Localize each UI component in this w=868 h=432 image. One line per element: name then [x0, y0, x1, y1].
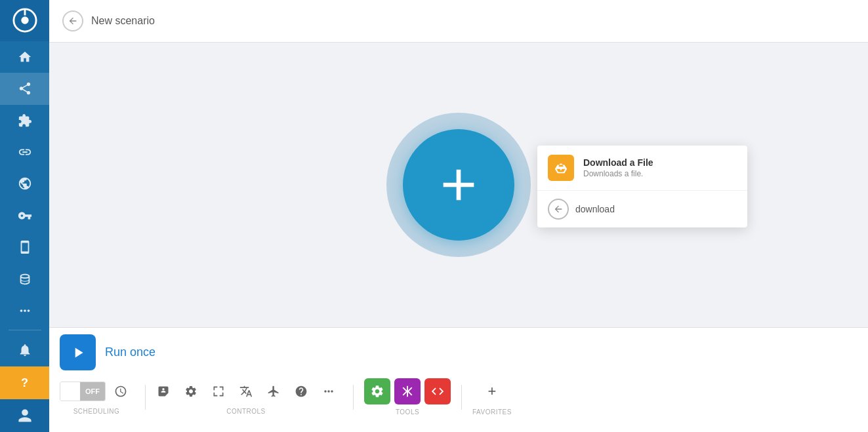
divider-2 [353, 385, 354, 410]
add-module-button[interactable] [403, 129, 514, 241]
module-dropdown: Download a File Downloads a file. downlo… [537, 146, 747, 227]
sidebar-item-more[interactable] [0, 295, 49, 326]
tool-asterisk-button[interactable] [394, 378, 421, 404]
run-label: Run once [105, 345, 155, 359]
back-button[interactable] [62, 10, 83, 31]
divider-1 [145, 385, 146, 410]
canvas-area: Download a File Downloads a file. downlo… [49, 43, 868, 327]
more-options-button[interactable] [316, 379, 341, 404]
sidebar-item-keys[interactable] [0, 200, 49, 231]
dropdown-item-download-file[interactable]: Download a File Downloads a file. [537, 146, 747, 191]
help-icon: ? [21, 376, 28, 390]
favorites-add-button[interactable]: + [479, 378, 505, 404]
divider-3 [461, 385, 462, 410]
main-content: New scenario [49, 0, 868, 432]
scheduling-label: SCHEDULING [73, 408, 120, 415]
dropdown-item-title: Download a File [583, 157, 737, 168]
plus-icon: + [488, 383, 497, 400]
run-section: Run once [60, 334, 858, 370]
add-module-container: Download a File Downloads a file. downlo… [386, 113, 531, 257]
scheduling-section: OFF SCHEDULING [60, 379, 133, 415]
dropdown-action-label: download [575, 204, 615, 214]
download-back-icon [548, 199, 569, 220]
toggle-off-space [60, 382, 80, 401]
settings-button[interactable] [178, 379, 203, 404]
controls-section: CONTROLS [151, 379, 341, 415]
help-button[interactable] [289, 379, 314, 404]
tools-row [364, 378, 451, 404]
controls-label: CONTROLS [226, 408, 266, 415]
scheduling-toggle[interactable]: OFF [60, 382, 106, 401]
add-circle-outer [386, 113, 531, 257]
page-title: New scenario [91, 15, 155, 27]
scheduling-clock-button[interactable] [108, 379, 133, 404]
dropdown-item-subtitle: Downloads a file. [583, 169, 737, 178]
favorites-label: FAVORITES [472, 408, 512, 416]
tools-filter-button[interactable] [234, 379, 258, 404]
sidebar-bell-button[interactable] [0, 334, 49, 366]
sidebar-item-integrations[interactable] [0, 105, 49, 136]
toolbar-icons: OFF SCHEDULING [60, 378, 858, 416]
sidebar-item-home[interactable] [0, 41, 49, 73]
notes-button[interactable] [151, 379, 176, 404]
bottom-toolbar: Run once OFF SCHEDULING [49, 327, 868, 432]
sidebar-item-scenarios[interactable] [0, 73, 49, 104]
sidebar-divider [9, 330, 41, 330]
fullscreen-button[interactable] [206, 379, 231, 404]
favorites-section: + FAVORITES [472, 378, 512, 416]
tools-label: TOOLS [396, 408, 419, 416]
sidebar-item-datastores[interactable] [0, 263, 49, 294]
sidebar-bottom: ? [0, 334, 49, 432]
scheduling-row: OFF [60, 379, 133, 404]
sidebar-item-connections[interactable] [0, 136, 49, 168]
sidebar-logo[interactable] [0, 0, 49, 41]
sidebar-item-devices[interactable] [0, 231, 49, 263]
sidebar-help-button[interactable]: ? [0, 366, 49, 399]
toggle-off-label: OFF [80, 382, 105, 401]
airplane-button[interactable] [261, 379, 286, 404]
run-button[interactable] [60, 334, 96, 370]
dropdown-item-download-action[interactable]: download [537, 191, 747, 227]
controls-row [151, 379, 341, 404]
tool-gear-button[interactable] [364, 378, 390, 404]
sidebar-item-webhooks[interactable] [0, 168, 49, 199]
tools-section: TOOLS [364, 378, 451, 416]
sidebar: ? [0, 0, 49, 432]
svg-point-1 [21, 17, 28, 24]
google-drive-icon [548, 155, 574, 181]
header: New scenario [49, 0, 868, 43]
dropdown-item-text: Download a File Downloads a file. [583, 157, 737, 178]
tool-brackets-button[interactable] [424, 378, 451, 404]
sidebar-user-button[interactable] [0, 399, 49, 432]
